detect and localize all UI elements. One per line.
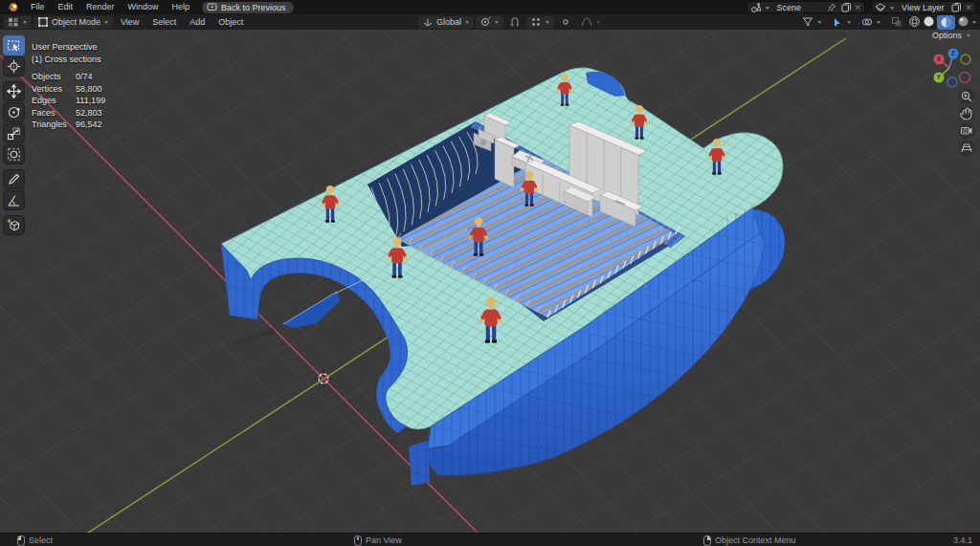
snap-grid-icon — [530, 16, 542, 28]
viewport-header: ▼ Object Mode ▼ View Select Add Object G… — [0, 14, 980, 30]
chevron-down-icon: ▼ — [765, 5, 770, 10]
scene-icon — [750, 2, 762, 13]
chevron-down-icon: ▼ — [966, 33, 971, 37]
stat-objects: Objects0/74 — [32, 71, 105, 83]
stat-edges: Edges111,199 — [32, 95, 105, 107]
blender-logo-icon[interactable] — [6, 2, 20, 12]
view-layer-icon — [875, 2, 886, 13]
unlink-scene-icon[interactable]: ✕ — [855, 3, 862, 12]
axis-z-label: Z — [951, 50, 955, 56]
tool-cursor[interactable] — [3, 56, 25, 76]
tool-scale[interactable] — [3, 123, 25, 143]
version-label: 3.4.1 — [953, 534, 972, 546]
middle-mouse-icon — [354, 535, 362, 546]
editor-type-button[interactable]: ▼ — [4, 16, 32, 29]
show-gizmo-button[interactable]: ▼ — [828, 16, 856, 29]
solid-sphere-icon — [923, 15, 935, 28]
topbar: File Edit Render Window Help Back to Pre… — [0, 0, 980, 14]
wireframe-sphere-icon — [908, 15, 921, 28]
chevron-down-icon: ▼ — [846, 20, 852, 25]
new-scene-icon[interactable] — [840, 2, 852, 13]
menu-file[interactable]: File — [24, 0, 52, 14]
chevron-down-icon: ▼ — [595, 20, 601, 25]
pivot-point-selector[interactable]: ▼ — [476, 16, 503, 29]
mode-selector[interactable]: Object Mode ▼ — [33, 16, 113, 29]
axis-neg-z-ball[interactable] — [947, 77, 957, 87]
camera-view-button[interactable] — [959, 123, 975, 140]
visibility-filter-button[interactable]: ▼ — [798, 16, 826, 29]
viewport-stats-overlay: User Perspective (1) Cross sections Obje… — [32, 41, 105, 131]
menu-help[interactable]: Help — [166, 0, 197, 14]
menu-add[interactable]: Add — [184, 14, 211, 30]
xray-icon — [891, 16, 902, 28]
menu-render[interactable]: Render — [79, 0, 122, 14]
rendered-sphere-icon — [957, 15, 969, 28]
zoom-button[interactable] — [959, 89, 975, 105]
tool-measure[interactable] — [3, 190, 25, 210]
chevron-down-icon: ▼ — [816, 20, 822, 25]
show-overlays-button[interactable]: ▼ — [858, 16, 885, 29]
options-button[interactable]: Options ▼ — [926, 29, 977, 41]
perspective-toggle-button[interactable] — [959, 141, 975, 157]
pin-icon[interactable] — [826, 2, 837, 13]
tool-rotate[interactable] — [3, 102, 25, 122]
tool-transform[interactable] — [3, 144, 25, 164]
xray-toggle[interactable] — [887, 16, 906, 29]
pan-hand-button[interactable] — [959, 106, 975, 122]
blender-window: Main Deck — [0, 0, 980, 546]
material-sphere-icon — [940, 16, 952, 29]
right-mouse-icon — [703, 535, 711, 546]
scene-selector[interactable]: ▼ Scene ✕ — [746, 1, 866, 13]
chevron-down-icon: ▼ — [22, 20, 28, 25]
view-layer-selector[interactable]: ▼ View Layer ✕ — [871, 1, 976, 13]
tool-move[interactable] — [3, 81, 25, 101]
hint-pan-view: Pan View — [354, 534, 402, 546]
menu-edit[interactable]: Edit — [52, 0, 80, 14]
hint-select: Select — [17, 534, 53, 546]
editor-3d-viewport-icon — [8, 16, 19, 28]
new-layer-icon[interactable] — [950, 2, 962, 13]
viewport-3d[interactable]: Main Deck — [0, 0, 980, 546]
menu-view[interactable]: View — [115, 14, 145, 30]
proportional-falloff-selector[interactable]: ▼ — [577, 16, 605, 29]
axis-neg-x-ball[interactable] — [960, 73, 970, 83]
statusbar: Select Pan View Object Context Menu 3.4.… — [0, 533, 980, 546]
active-collection-label: (1) Cross sections — [32, 54, 105, 66]
view-perspective-label: User Perspective — [32, 41, 105, 54]
snap-settings[interactable]: ▼ — [526, 16, 554, 29]
remove-layer-icon[interactable]: ✕ — [965, 3, 972, 12]
left-mouse-icon — [17, 535, 25, 546]
chevron-down-icon: ▼ — [545, 20, 550, 25]
menu-object[interactable]: Object — [212, 14, 249, 30]
tool-add-cube[interactable] — [3, 215, 25, 235]
menu-window[interactable]: Window — [122, 0, 166, 14]
axis-x-label: X — [937, 55, 942, 62]
overlays-icon — [861, 16, 873, 28]
hint-context-menu: Object Context Menu — [703, 534, 796, 546]
orientation-axes-icon — [422, 16, 434, 28]
shading-rendered-button[interactable] — [957, 15, 969, 30]
menu-select[interactable]: Select — [146, 14, 182, 30]
axis-neg-y-ball[interactable] — [961, 55, 970, 64]
magnet-icon — [509, 16, 521, 28]
tool-annotate[interactable] — [3, 169, 25, 189]
shading-solid-button[interactable] — [923, 15, 935, 30]
toolbar — [3, 35, 26, 236]
gizmo-arrow-icon — [832, 16, 843, 28]
stat-faces: Faces52,803 — [32, 107, 105, 120]
shading-material-button[interactable] — [937, 15, 955, 30]
proportional-circle-icon — [560, 16, 571, 28]
back-to-previous-button[interactable]: Back to Previous — [202, 2, 294, 13]
chevron-down-icon: ▼ — [494, 20, 500, 25]
pivot-icon — [479, 16, 491, 28]
shading-wireframe-button[interactable] — [908, 15, 921, 30]
stat-vertices: Vertices58,800 — [32, 83, 105, 96]
transform-orientation-selector[interactable]: Global ▼ — [418, 16, 474, 29]
back-screen-icon — [207, 3, 217, 11]
chevron-down-icon: ▼ — [876, 20, 881, 25]
tool-select-box[interactable] — [3, 35, 25, 55]
snap-toggle[interactable] — [505, 16, 524, 29]
proportional-editing-toggle[interactable] — [556, 16, 575, 29]
axis-y-label: Y — [937, 74, 942, 80]
chevron-down-icon: ▼ — [971, 20, 977, 25]
